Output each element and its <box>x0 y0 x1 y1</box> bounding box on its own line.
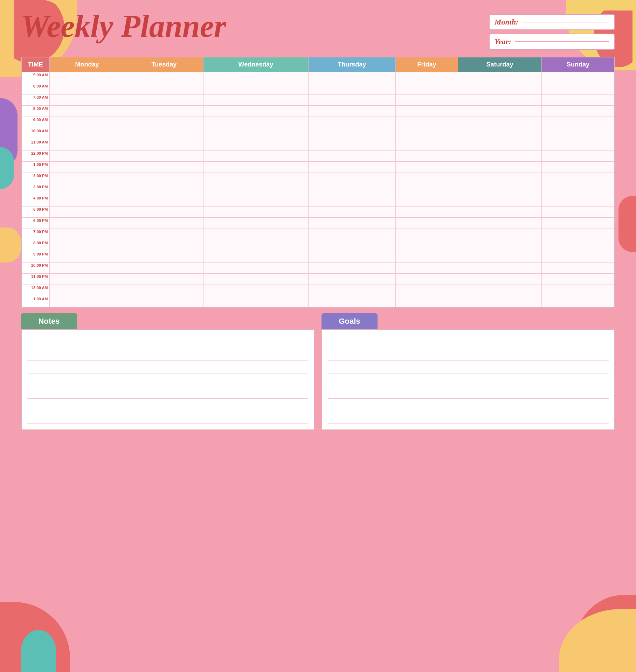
schedule-cell[interactable] <box>308 83 396 94</box>
schedule-cell[interactable] <box>542 262 615 274</box>
schedule-cell[interactable] <box>49 274 125 285</box>
schedule-cell[interactable] <box>308 195 396 206</box>
schedule-cell[interactable] <box>203 285 308 296</box>
schedule-cell[interactable] <box>542 206 615 218</box>
list-item[interactable] <box>27 386 308 399</box>
notes-body[interactable] <box>21 329 314 430</box>
schedule-cell[interactable] <box>308 274 396 285</box>
schedule-cell[interactable] <box>308 72 396 83</box>
schedule-cell[interactable] <box>203 206 308 218</box>
schedule-cell[interactable] <box>125 229 203 240</box>
schedule-cell[interactable] <box>125 218 203 229</box>
schedule-cell[interactable] <box>49 106 125 117</box>
schedule-cell[interactable] <box>458 195 542 206</box>
list-item[interactable] <box>27 336 308 348</box>
list-item[interactable] <box>328 361 609 373</box>
schedule-cell[interactable] <box>203 150 308 162</box>
schedule-cell[interactable] <box>203 195 308 206</box>
schedule-cell[interactable] <box>49 162 125 173</box>
schedule-cell[interactable] <box>396 285 458 296</box>
schedule-cell[interactable] <box>458 117 542 128</box>
schedule-cell[interactable] <box>396 106 458 117</box>
schedule-cell[interactable] <box>396 83 458 94</box>
schedule-cell[interactable] <box>308 117 396 128</box>
schedule-cell[interactable] <box>49 285 125 296</box>
list-item[interactable] <box>27 361 308 373</box>
schedule-cell[interactable] <box>49 128 125 139</box>
schedule-cell[interactable] <box>396 117 458 128</box>
schedule-cell[interactable] <box>396 139 458 150</box>
schedule-cell[interactable] <box>542 296 615 307</box>
schedule-cell[interactable] <box>49 206 125 218</box>
schedule-cell[interactable] <box>125 72 203 83</box>
schedule-cell[interactable] <box>458 251 542 262</box>
schedule-cell[interactable] <box>125 206 203 218</box>
schedule-cell[interactable] <box>125 262 203 274</box>
schedule-cell[interactable] <box>49 218 125 229</box>
schedule-cell[interactable] <box>308 184 396 195</box>
schedule-cell[interactable] <box>49 195 125 206</box>
schedule-cell[interactable] <box>203 274 308 285</box>
schedule-cell[interactable] <box>542 162 615 173</box>
schedule-cell[interactable] <box>203 72 308 83</box>
schedule-cell[interactable] <box>458 162 542 173</box>
schedule-cell[interactable] <box>49 229 125 240</box>
schedule-cell[interactable] <box>458 150 542 162</box>
schedule-cell[interactable] <box>49 184 125 195</box>
schedule-cell[interactable] <box>125 128 203 139</box>
schedule-cell[interactable] <box>308 150 396 162</box>
schedule-cell[interactable] <box>396 262 458 274</box>
schedule-cell[interactable] <box>308 162 396 173</box>
schedule-cell[interactable] <box>458 262 542 274</box>
schedule-cell[interactable] <box>458 229 542 240</box>
schedule-cell[interactable] <box>542 128 615 139</box>
schedule-cell[interactable] <box>542 218 615 229</box>
schedule-cell[interactable] <box>542 173 615 184</box>
schedule-cell[interactable] <box>308 296 396 307</box>
list-item[interactable] <box>328 411 609 424</box>
list-item[interactable] <box>27 348 308 361</box>
schedule-cell[interactable] <box>458 240 542 251</box>
schedule-cell[interactable] <box>49 139 125 150</box>
schedule-cell[interactable] <box>396 72 458 83</box>
schedule-cell[interactable] <box>203 173 308 184</box>
schedule-cell[interactable] <box>203 184 308 195</box>
schedule-cell[interactable] <box>542 83 615 94</box>
schedule-cell[interactable] <box>308 229 396 240</box>
schedule-cell[interactable] <box>49 72 125 83</box>
schedule-cell[interactable] <box>396 218 458 229</box>
schedule-cell[interactable] <box>125 251 203 262</box>
schedule-cell[interactable] <box>542 285 615 296</box>
schedule-cell[interactable] <box>49 150 125 162</box>
schedule-cell[interactable] <box>396 173 458 184</box>
schedule-cell[interactable] <box>542 240 615 251</box>
schedule-cell[interactable] <box>49 117 125 128</box>
schedule-cell[interactable] <box>458 285 542 296</box>
schedule-cell[interactable] <box>396 128 458 139</box>
schedule-cell[interactable] <box>125 139 203 150</box>
schedule-cell[interactable] <box>125 150 203 162</box>
schedule-cell[interactable] <box>125 162 203 173</box>
schedule-cell[interactable] <box>542 274 615 285</box>
list-item[interactable] <box>328 399 609 411</box>
schedule-cell[interactable] <box>203 262 308 274</box>
schedule-cell[interactable] <box>125 184 203 195</box>
schedule-cell[interactable] <box>203 251 308 262</box>
schedule-cell[interactable] <box>203 83 308 94</box>
schedule-cell[interactable] <box>396 162 458 173</box>
schedule-cell[interactable] <box>542 150 615 162</box>
schedule-cell[interactable] <box>308 139 396 150</box>
schedule-cell[interactable] <box>542 251 615 262</box>
schedule-cell[interactable] <box>203 128 308 139</box>
schedule-cell[interactable] <box>308 218 396 229</box>
schedule-cell[interactable] <box>542 106 615 117</box>
schedule-cell[interactable] <box>49 296 125 307</box>
schedule-cell[interactable] <box>203 94 308 106</box>
schedule-cell[interactable] <box>396 240 458 251</box>
schedule-cell[interactable] <box>458 83 542 94</box>
schedule-cell[interactable] <box>308 94 396 106</box>
schedule-cell[interactable] <box>49 173 125 184</box>
schedule-cell[interactable] <box>396 229 458 240</box>
schedule-cell[interactable] <box>542 94 615 106</box>
schedule-cell[interactable] <box>203 240 308 251</box>
